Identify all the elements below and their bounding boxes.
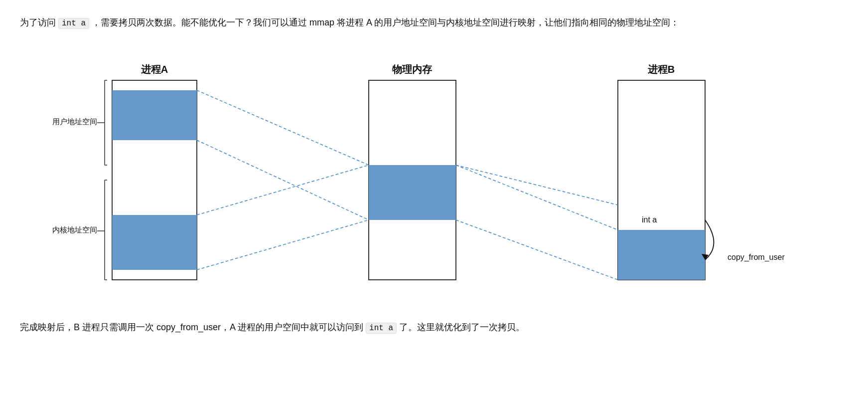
outro-text-before: 完成映射后，B 进程只需调用一次 copy_from_user，A 进程的用户空… (20, 322, 366, 332)
svg-rect-18 (618, 230, 705, 280)
svg-rect-0 (112, 80, 197, 280)
svg-line-24 (197, 140, 369, 220)
svg-text:进程A: 进程A (141, 64, 168, 75)
svg-text:内核地址空间: 内核地址空间 (52, 225, 97, 234)
svg-line-25 (197, 165, 369, 215)
svg-rect-15 (369, 165, 456, 220)
svg-text:用户地址空间: 用户地址空间 (52, 117, 97, 126)
svg-line-29 (456, 165, 618, 205)
outro-text-after: 了。这里就优化到了一次拷贝。 (397, 322, 525, 332)
intro-text-before: 为了访问 (20, 17, 58, 27)
svg-text:copy_from_user: copy_from_user (727, 253, 785, 262)
svg-rect-1 (112, 90, 197, 140)
svg-line-27 (456, 165, 618, 230)
svg-text:物理内存: 物理内存 (392, 64, 432, 75)
svg-line-23 (197, 90, 369, 165)
intro-text-after: ，需要拷贝两次数据。能不能优化一下？我们可以通过 mmap 将进程 A 的用户地… (89, 17, 679, 27)
svg-rect-14 (369, 80, 456, 280)
intro-paragraph: 为了访问 int a ，需要拷贝两次数据。能不能优化一下？我们可以通过 mmap… (20, 15, 848, 30)
svg-line-28 (456, 220, 618, 280)
svg-rect-17 (618, 80, 705, 280)
svg-line-26 (197, 220, 369, 270)
svg-marker-22 (702, 254, 709, 260)
diagram-svg: 用户地址空间 内核地址空间 进程A 物理内存 进程B int a copy_fr… (20, 50, 847, 315)
svg-text:进程B: 进程B (647, 64, 675, 75)
outro-paragraph: 完成映射后，B 进程只需调用一次 copy_from_user，A 进程的用户空… (20, 320, 848, 335)
intro-code: int a (58, 18, 89, 29)
svg-text:int a: int a (642, 215, 657, 224)
svg-rect-2 (112, 215, 197, 270)
diagram-area: 用户地址空间 内核地址空间 进程A 物理内存 进程B int a copy_fr… (20, 50, 847, 315)
outro-code: int a (366, 323, 397, 334)
